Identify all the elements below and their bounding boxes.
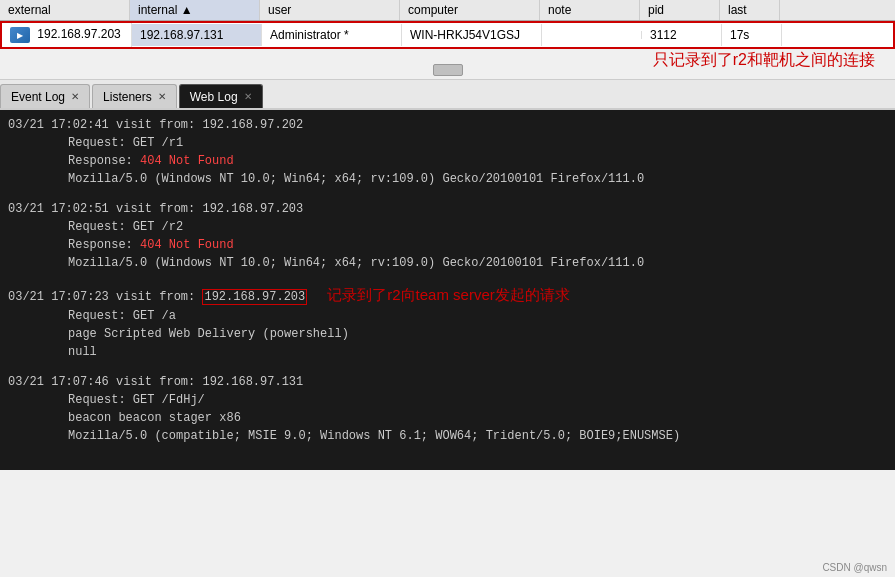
log-line-request-1: Request: GET /r1: [8, 134, 887, 152]
log-line-page-3: page Scripted Web Delivery (powershell): [8, 325, 887, 343]
table-annotation: 只记录到了r2和靶机之间的连接: [653, 50, 875, 71]
tab-web-log-label: Web Log: [190, 90, 238, 104]
log-line-timestamp-1: 03/21 17:02:41 visit from: 192.168.97.20…: [8, 116, 887, 134]
col-header-external[interactable]: external: [0, 0, 130, 20]
col-header-computer[interactable]: computer: [400, 0, 540, 20]
log-line-null-3: null: [8, 343, 887, 361]
tab-listeners-label: Listeners: [103, 90, 152, 104]
tab-listeners-close[interactable]: ✕: [158, 91, 166, 102]
log-entry-4: 03/21 17:07:46 visit from: 192.168.97.13…: [8, 373, 887, 445]
cell-note: [542, 31, 642, 39]
log-line-response-2: Response: 404 Not Found: [8, 236, 887, 254]
cell-last: 17s: [722, 24, 782, 46]
tab-listeners[interactable]: Listeners ✕: [92, 84, 177, 108]
log-entry-1: 03/21 17:02:41 visit from: 192.168.97.20…: [8, 116, 887, 188]
sessions-table-section: external internal ▲ user computer note p…: [0, 0, 895, 60]
log-line-ua-4: Mozilla/5.0 (compatible; MSIE 9.0; Windo…: [8, 427, 887, 445]
highlighted-ip: 192.168.97.203: [202, 289, 307, 305]
log-area[interactable]: 03/21 17:02:41 visit from: 192.168.97.20…: [0, 110, 895, 470]
cell-computer: WIN-HRKJ54V1GSJ: [402, 24, 542, 46]
cell-internal: 192.168.97.131: [132, 24, 262, 46]
tab-web-log[interactable]: Web Log ✕: [179, 84, 263, 108]
log-line-response-1: Response: 404 Not Found: [8, 152, 887, 170]
col-header-user[interactable]: user: [260, 0, 400, 20]
log-line-beacon-4: beacon beacon stager x86: [8, 409, 887, 427]
col-header-last[interactable]: last: [720, 0, 780, 20]
log-line-request-4: Request: GET /FdHj/: [8, 391, 887, 409]
tabs-bar: Event Log ✕ Listeners ✕ Web Log ✕: [0, 80, 895, 110]
watermark: CSDN @qwsn: [822, 562, 887, 573]
tab-event-log-close[interactable]: ✕: [71, 91, 79, 102]
log-line-request-3: Request: GET /a: [8, 307, 887, 325]
cell-user: Administrator *: [262, 24, 402, 46]
bottom-section: Event Log ✕ Listeners ✕ Web Log ✕ 03/21 …: [0, 80, 895, 470]
col-header-internal[interactable]: internal ▲: [130, 0, 260, 20]
log-line-timestamp-2: 03/21 17:02:51 visit from: 192.168.97.20…: [8, 200, 887, 218]
table-row[interactable]: 192.168.97.203 192.168.97.131 Administra…: [0, 21, 895, 49]
log-entry-2: 03/21 17:02:51 visit from: 192.168.97.20…: [8, 200, 887, 272]
log-entry-3: 03/21 17:07:23 visit from: 192.168.97.20…: [8, 284, 887, 361]
log-annotation: 记录到了r2向team server发起的请求: [327, 286, 570, 303]
scroll-thumb[interactable]: [433, 64, 463, 76]
log-line-request-2: Request: GET /r2: [8, 218, 887, 236]
cell-external: 192.168.97.203: [2, 23, 132, 47]
log-line-timestamp-3: 03/21 17:07:23 visit from: 192.168.97.20…: [8, 284, 887, 307]
response-status-2: 404 Not Found: [140, 238, 234, 252]
tab-event-log-label: Event Log: [11, 90, 65, 104]
row-icon: [10, 27, 30, 43]
col-header-pid[interactable]: pid: [640, 0, 720, 20]
tab-web-log-close[interactable]: ✕: [244, 91, 252, 102]
log-line-timestamp-4: 03/21 17:07:46 visit from: 192.168.97.13…: [8, 373, 887, 391]
cell-pid: 3112: [642, 24, 722, 46]
log-line-ua-2: Mozilla/5.0 (Windows NT 10.0; Win64; x64…: [8, 254, 887, 272]
response-status-1: 404 Not Found: [140, 154, 234, 168]
tab-event-log[interactable]: Event Log ✕: [0, 84, 90, 108]
table-header: external internal ▲ user computer note p…: [0, 0, 895, 21]
col-header-note[interactable]: note: [540, 0, 640, 20]
log-line-ua-1: Mozilla/5.0 (Windows NT 10.0; Win64; x64…: [8, 170, 887, 188]
